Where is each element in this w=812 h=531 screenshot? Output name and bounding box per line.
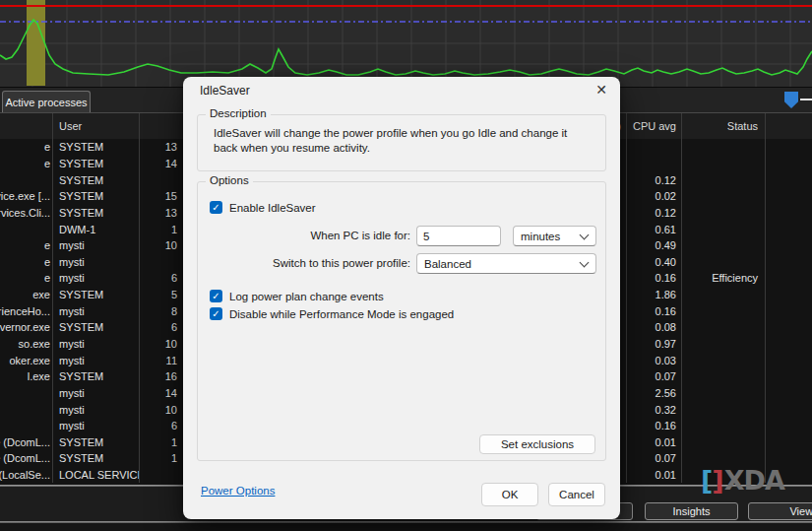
idle-unit-value: minutes <box>521 231 560 242</box>
power-profile-select[interactable]: Balanced <box>416 253 596 274</box>
checkbox-checked-icon[interactable]: ✓ <box>210 307 222 320</box>
header-status[interactable]: Status <box>681 113 765 139</box>
user-cell: SYSTEM <box>52 188 139 205</box>
user-cell: SYSTEM <box>52 171 139 188</box>
status-cell <box>681 221 765 237</box>
cpu-avg-cell <box>626 139 681 156</box>
status-cell <box>681 205 765 222</box>
disable-performance-label: Disable while Performance Mode is engage… <box>229 308 454 320</box>
process-name-cell: e <box>0 156 52 172</box>
cpu-avg-cell: 0.12 <box>626 205 681 222</box>
extra-cell <box>765 188 812 205</box>
extra-cell <box>765 352 812 368</box>
view-log-button[interactable]: View Log <box>748 502 812 520</box>
idle-unit-select[interactable]: minutes <box>513 226 596 246</box>
cpu-avg-cell: 0.07 <box>626 450 681 467</box>
cpu-avg-cell: 0.12 <box>626 171 681 188</box>
performance-graph <box>0 0 812 87</box>
tab-label: Active processes <box>5 97 87 108</box>
header-user[interactable]: User <box>52 113 139 139</box>
user-cell: mysti <box>52 270 139 287</box>
user-cell: mysti <box>52 336 139 353</box>
extra-cell <box>765 253 812 270</box>
user-cell: DWM-1 <box>52 221 139 237</box>
insights-button[interactable]: Insights <box>645 502 738 520</box>
power-profile-value: Balanced <box>424 258 471 270</box>
graph-slider-track <box>800 99 812 100</box>
extra-cell <box>765 156 812 172</box>
graph-slider-handle[interactable] <box>784 92 798 108</box>
idle-minutes-input[interactable] <box>416 226 501 246</box>
process-name-cell: rienceHo... <box>0 302 52 319</box>
count-cell: 10 <box>139 237 179 254</box>
count-cell: 6 <box>139 319 179 336</box>
status-cell <box>681 319 765 336</box>
checkbox-checked-icon[interactable]: ✓ <box>210 290 222 302</box>
tab-active-processes[interactable]: Active processes <box>2 91 91 113</box>
status-cell <box>681 156 765 172</box>
status-cell <box>681 302 765 319</box>
cpu-avg-cell: 0.01 <box>626 467 681 484</box>
process-name-cell: vernor.exe <box>0 319 52 336</box>
extra-cell <box>765 418 812 434</box>
count-cell: 1 <box>139 434 179 451</box>
cpu-avg-cell <box>626 156 681 172</box>
cpu-avg-cell: 0.61 <box>626 221 681 237</box>
header-count[interactable] <box>139 113 179 139</box>
header-extra <box>765 113 812 139</box>
user-cell: mysti <box>52 352 139 368</box>
dialog-title: IdleSaver <box>200 84 250 98</box>
disable-performance-checkbox[interactable]: ✓ Disable while Performance Mode is enga… <box>210 307 454 320</box>
chevron-down-icon <box>580 257 590 267</box>
cpu-avg-cell: 0.08 <box>626 319 681 336</box>
status-cell <box>681 188 765 205</box>
user-cell: LOCAL SERVICE <box>52 467 139 484</box>
extra-cell <box>765 171 812 188</box>
cancel-button[interactable]: Cancel <box>548 483 605 506</box>
power-options-link[interactable]: Power Options <box>201 485 275 497</box>
process-name-cell: e <box>0 139 52 156</box>
extra-cell <box>765 401 812 418</box>
close-icon[interactable]: ✕ <box>595 82 607 98</box>
status-cell <box>681 237 765 254</box>
cpu-avg-cell: 0.16 <box>626 418 681 434</box>
extra-cell <box>765 385 812 402</box>
user-cell: mysti <box>52 237 139 254</box>
cpu-avg-cell: 0.32 <box>626 401 681 418</box>
process-name-cell <box>0 221 52 237</box>
xda-bracket-left-icon: [ <box>701 465 712 496</box>
header-cpu-avg[interactable]: CPU avg <box>626 113 681 139</box>
cpu-avg-cell: 0.02 <box>626 188 681 205</box>
status-cell <box>681 336 765 353</box>
process-name-cell: e (DcomL... <box>0 434 52 451</box>
count-cell: 11 <box>139 352 179 368</box>
count-cell: 1 <box>139 450 179 467</box>
count-cell: 14 <box>139 156 179 172</box>
log-events-checkbox[interactable]: ✓ Log power plan change events <box>210 290 384 302</box>
ok-button[interactable]: OK <box>481 483 538 506</box>
xda-bracket-right-icon: ] <box>712 465 722 496</box>
extra-cell <box>765 336 812 353</box>
user-cell: SYSTEM <box>52 287 139 303</box>
log-events-label: Log power plan change events <box>229 291 384 302</box>
count-cell <box>139 467 179 484</box>
checkbox-checked-icon[interactable]: ✓ <box>210 201 222 214</box>
cpu-avg-cell: 0.01 <box>626 434 681 451</box>
cpu-avg-cell: 2.56 <box>626 385 681 402</box>
status-cell <box>681 368 765 385</box>
count-cell: 16 <box>139 368 179 385</box>
xda-logo-text: XDA <box>724 465 784 496</box>
user-cell: SYSTEM <box>52 450 139 467</box>
enable-idlesaver-checkbox[interactable]: ✓ Enable IdleSaver <box>210 201 316 214</box>
set-exclusions-button[interactable]: Set exclusions <box>479 434 595 454</box>
extra-cell <box>765 237 812 254</box>
idlesaver-dialog: IdleSaver ✕ Description IdleSaver will c… <box>183 77 620 519</box>
status-cell <box>681 287 765 303</box>
process-name-cell: e (DcomL... <box>0 450 52 467</box>
user-cell: SYSTEM <box>52 205 139 222</box>
power-profile-label: Switch to this power profile: <box>198 257 410 269</box>
status-cell <box>681 401 765 418</box>
description-group: Description IdleSaver will change the po… <box>197 114 606 171</box>
header-process[interactable] <box>0 113 52 139</box>
extra-cell <box>765 221 812 237</box>
